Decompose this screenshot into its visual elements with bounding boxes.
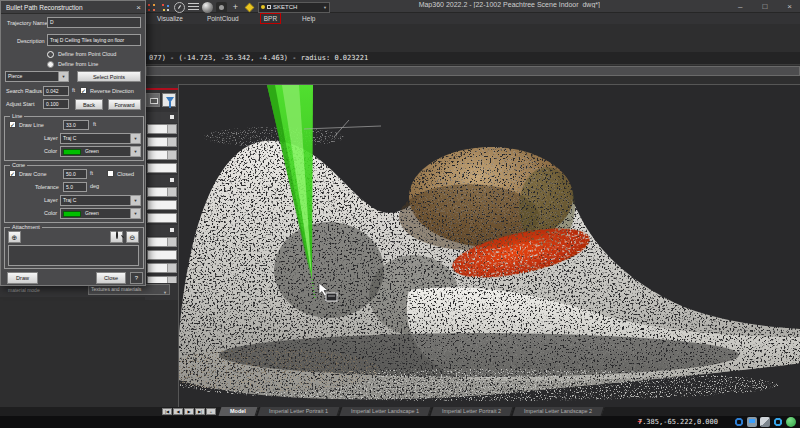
prev-sheet-button[interactable]: ◀ xyxy=(173,408,183,415)
cascade-windows-icon[interactable] xyxy=(760,417,770,427)
chevron-down-icon: ▼ xyxy=(130,196,140,205)
description-label: Description xyxy=(17,38,45,44)
tab-model[interactable]: Model xyxy=(219,407,259,416)
line-layer-label: Layer xyxy=(44,135,58,141)
dialog-close-button[interactable]: Close xyxy=(96,272,126,284)
panel-field[interactable] xyxy=(145,212,178,225)
reverse-direction-checkbox[interactable]: ✓ xyxy=(80,87,87,94)
cone-length-unit: ft xyxy=(90,170,93,176)
closed-checkbox[interactable] xyxy=(107,170,114,177)
panel-field[interactable] xyxy=(145,249,178,262)
attach-remove-button[interactable]: ⊖ xyxy=(126,231,139,243)
draw-cone-checkbox[interactable]: ✓ xyxy=(9,170,16,177)
list-lines-icon[interactable] xyxy=(188,3,199,12)
panel-field[interactable] xyxy=(145,162,178,175)
sync-icon[interactable] xyxy=(734,417,744,427)
panel-field[interactable] xyxy=(145,186,178,199)
window-title: Map360 2022.2 - [22-1002 Peachtree Scene… xyxy=(200,1,600,8)
define-from-point-cloud-radio[interactable] xyxy=(47,51,54,58)
description-input[interactable]: Traj D Ceiling Tiles laying on floor xyxy=(47,34,141,46)
panel-field[interactable] xyxy=(145,199,178,212)
tab-imperial-letter-portrait-2[interactable]: Imperial Letter Portrait 2 xyxy=(431,407,514,416)
window-controls: – □ × xyxy=(738,0,792,13)
tab-imperial-letter-portrait-1[interactable]: Imperial Letter Portrait 1 xyxy=(257,407,340,416)
select-points-button[interactable]: Select Points xyxy=(77,71,141,82)
sheet-tabs: Model Imperial Letter Portrait 1 Imperia… xyxy=(220,407,605,416)
menu-item-pointcloud[interactable]: PointCloud xyxy=(204,14,242,23)
line-layer-dropdown[interactable]: Traj C ▼ xyxy=(60,133,141,144)
cone-layer-label: Layer xyxy=(44,197,58,203)
image-icon[interactable] xyxy=(747,417,757,427)
refresh-icon[interactable] xyxy=(773,417,783,427)
snapshot-button[interactable] xyxy=(146,93,160,107)
magnifier-icon xyxy=(116,231,118,239)
menu-item-visualize[interactable]: Visualize xyxy=(154,14,186,23)
panel-field[interactable] xyxy=(145,262,178,275)
line-length-input[interactable]: 33.0 xyxy=(63,120,89,130)
attach-add-button[interactable]: ⊕ xyxy=(8,231,21,243)
command-input[interactable] xyxy=(146,66,800,76)
status-ok-icon[interactable] xyxy=(786,417,796,427)
gauge-icon[interactable] xyxy=(174,2,185,13)
tolerance-unit: deg xyxy=(90,183,99,189)
cone-group-title: Cone xyxy=(10,162,27,169)
attachment-list[interactable] xyxy=(8,245,139,266)
menu-item-help[interactable]: Help xyxy=(299,14,318,23)
help-button[interactable]: ? xyxy=(130,272,143,284)
dialog-title[interactable]: Bullet Path Reconstruction xyxy=(1,1,145,14)
close-button[interactable]: × xyxy=(787,0,792,13)
next-sheet-button[interactable]: ▶ xyxy=(184,408,194,415)
check-icon: ✓ xyxy=(10,122,15,128)
cone-color-dropdown[interactable]: Green ▼ xyxy=(60,208,141,219)
attach-search-button[interactable] xyxy=(110,231,123,243)
method-dropdown[interactable]: Pierce ▼ xyxy=(5,71,69,82)
point-cloud-body xyxy=(179,127,800,401)
define-from-line-radio[interactable] xyxy=(47,61,54,68)
line-color-value: Green xyxy=(85,148,99,154)
tolerance-input[interactable]: 5.0 xyxy=(63,182,87,192)
cone-group: Cone ✓ Draw Cone 50.0 ft Closed Toleranc… xyxy=(4,165,144,223)
dialog-close-icon[interactable]: × xyxy=(136,1,141,14)
forward-button[interactable]: Forward xyxy=(108,99,141,110)
search-radius-input[interactable]: 0.042 xyxy=(43,86,69,96)
last-sheet-button[interactable]: ▶| xyxy=(195,408,205,415)
panel-section-header[interactable] xyxy=(145,112,178,123)
draw-button[interactable]: Draw xyxy=(7,272,38,284)
panel-field[interactable] xyxy=(145,149,178,162)
panel-section-header[interactable] xyxy=(145,225,178,236)
trajectory-name-input[interactable]: D xyxy=(47,17,141,28)
panel-field-list xyxy=(145,112,178,288)
draw-line-checkbox[interactable]: ✓ xyxy=(9,121,16,128)
point-cloud-scene xyxy=(179,85,800,407)
back-button[interactable]: Back xyxy=(75,99,103,110)
app-window: + SKETCH ▼ Map360 2022.2 - [22-1002 Peac… xyxy=(0,0,800,428)
line-group: Line ✓ Draw Line 33.0 ft Layer Traj C ▼ … xyxy=(4,116,144,161)
cone-layer-value: Traj C xyxy=(63,197,76,203)
draw-cone-label: Draw Cone xyxy=(19,171,47,177)
first-sheet-button[interactable]: |◀ xyxy=(162,408,172,415)
adjust-start-input[interactable]: 0.100 xyxy=(43,99,69,109)
filter-button[interactable] xyxy=(162,93,176,107)
define-from-line-label: Define from Line xyxy=(58,61,98,67)
add-sheet-button[interactable]: + xyxy=(206,408,216,415)
minimize-button[interactable]: – xyxy=(738,0,742,13)
panel-field[interactable] xyxy=(145,236,178,249)
line-group-title: Line xyxy=(10,113,24,120)
viewport-3d[interactable] xyxy=(178,84,800,407)
tab-imperial-letter-landscape-1[interactable]: Imperial Letter Landscape 1 xyxy=(339,407,431,416)
status-icons xyxy=(734,417,796,427)
tolerance-label: Tolerance xyxy=(35,184,59,190)
panel-field[interactable] xyxy=(145,123,178,136)
point-cloud-colorize-icon[interactable] xyxy=(146,2,157,13)
panel-field[interactable] xyxy=(145,136,178,149)
tab-imperial-letter-landscape-2[interactable]: Imperial Letter Landscape 2 xyxy=(513,407,605,416)
cone-layer-dropdown[interactable]: Traj C ▼ xyxy=(60,195,141,206)
menu-item-bpr[interactable]: BPR xyxy=(260,13,281,24)
maximize-button[interactable]: □ xyxy=(762,0,767,13)
panel-section-header[interactable] xyxy=(145,175,178,186)
line-color-dropdown[interactable]: Green ▼ xyxy=(60,146,141,157)
point-cloud-classify-icon[interactable] xyxy=(160,2,171,13)
cursor-coordinates: 7.385,-65.222,0.000 xyxy=(638,418,718,426)
cone-length-input[interactable]: 50.0 xyxy=(63,169,87,179)
line-layer-value: Traj C xyxy=(63,135,76,141)
